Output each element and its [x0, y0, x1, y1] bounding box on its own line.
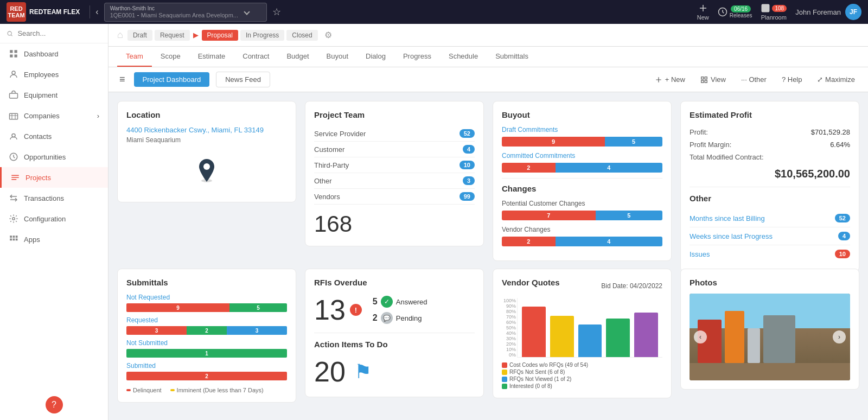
settings-icon[interactable]: ⚙: [324, 30, 332, 40]
news-feed-button[interactable]: News Feed: [216, 72, 270, 87]
svg-rect-6: [15, 55, 17, 58]
home-icon[interactable]: ⌂: [117, 29, 123, 41]
submittals-title: Submittals: [126, 278, 287, 287]
photo-prev-button[interactable]: ‹: [694, 330, 707, 343]
not-sub-green: 1: [126, 349, 287, 358]
tab-contract[interactable]: Contract: [234, 47, 278, 67]
user-menu[interactable]: John Foreman JF: [795, 4, 861, 20]
sidebar-label-equipment: Equipment: [24, 91, 58, 99]
dashboard-toolbar: ≡ Project Dashboard News Feed + New View…: [108, 67, 868, 92]
buyout-changes-card: Buyout Draft Commitments 9 5 Committed C…: [493, 101, 672, 261]
sidebar-item-contacts[interactable]: Contacts: [0, 126, 108, 147]
sidebar-item-opportunities[interactable]: Opportunities: [0, 147, 108, 167]
sidebar-item-equipment[interactable]: Equipment: [0, 85, 108, 105]
requested-label[interactable]: Requested: [126, 316, 287, 324]
app-name: REDTEAM FLEX: [29, 8, 80, 16]
not-req-red: 9: [126, 303, 229, 312]
menu-icon[interactable]: ≡: [117, 72, 127, 87]
status-closed[interactable]: Closed: [286, 30, 317, 41]
photos-card: Photos ‹ ›: [680, 269, 859, 390]
new-action[interactable]: + New: [650, 73, 690, 86]
legend-imminent-dot: [170, 389, 175, 391]
new-button[interactable]: New: [697, 3, 709, 21]
sidebar-item-apps[interactable]: Apps: [0, 229, 108, 250]
help-action[interactable]: ? Help: [777, 73, 807, 86]
contract-value: $10,565,200.00: [690, 168, 850, 180]
companies-expand-icon: ›: [97, 112, 99, 120]
location-title: Location: [126, 110, 287, 119]
sidebar-item-projects[interactable]: Projects: [0, 167, 108, 188]
sidebar-item-transactions[interactable]: Transactions: [0, 188, 108, 208]
submitted-label[interactable]: Submitted: [126, 362, 287, 370]
svg-rect-20: [705, 77, 707, 79]
sidebar-label-contacts: Contacts: [24, 132, 52, 141]
nav-back-button[interactable]: ‹: [95, 7, 98, 17]
help-bubble[interactable]: ?: [0, 390, 108, 420]
sidebar-item-employees[interactable]: Employees: [0, 64, 108, 85]
tab-dialog[interactable]: Dialog: [357, 47, 394, 67]
tab-progress[interactable]: Progress: [394, 47, 440, 67]
potential-bar: 7 5: [502, 211, 662, 220]
chart-bar-4: [634, 313, 658, 357]
sidebar-item-companies[interactable]: Companies ›: [0, 105, 108, 126]
tab-buyout[interactable]: Buyout: [318, 47, 357, 67]
not-requested-label[interactable]: Not Requested: [126, 294, 287, 301]
tab-budget[interactable]: Budget: [278, 47, 317, 67]
committed-commitments-label[interactable]: Committed Commitments: [502, 152, 662, 160]
photo-next-button[interactable]: ›: [833, 330, 846, 343]
releases-button[interactable]: 06/16 Releases: [718, 5, 752, 18]
team-row-service: Service Provider 52: [314, 126, 475, 142]
view-action[interactable]: View: [696, 73, 730, 86]
chart-legend: Cost Codes w/o RFQs (49 of 54) RFQs Not …: [502, 362, 662, 389]
tab-scope[interactable]: Scope: [152, 47, 189, 67]
sidebar-label-transactions: Transactions: [24, 194, 64, 202]
sidebar-item-configuration[interactable]: Configuration: [0, 208, 108, 229]
plus-icon: [655, 76, 662, 84]
other-title: Other: [690, 194, 850, 203]
svg-rect-3: [10, 50, 12, 53]
planroom-button[interactable]: 108 Planroom: [761, 3, 787, 21]
photo-display: ‹ ›: [690, 294, 850, 380]
equipment-icon: [9, 90, 18, 100]
apps-icon: [9, 234, 18, 244]
chart-bar-1: [550, 316, 574, 357]
buyout-title: Buyout: [502, 110, 662, 119]
status-proposal[interactable]: Proposal: [202, 30, 238, 41]
favorite-icon[interactable]: ☆: [272, 6, 281, 18]
vendor-quotes-card: Vendor Quotes Bid Date: 04/20/2022 100%9…: [493, 269, 672, 398]
legend-delinquent-dot: [126, 389, 131, 391]
svg-rect-16: [10, 239, 12, 241]
chart-bars: [517, 298, 662, 358]
status-inprogress[interactable]: In Progress: [240, 30, 284, 41]
tab-team[interactable]: Team: [117, 47, 152, 67]
maximize-action[interactable]: ⤢ Maximize: [813, 73, 859, 86]
not-submitted-label[interactable]: Not Submitted: [126, 339, 287, 347]
tab-estimate[interactable]: Estimate: [189, 47, 234, 67]
team-row-vendors: Vendors 99: [314, 189, 475, 205]
tab-submittals[interactable]: Submittals: [487, 47, 537, 67]
draft-commitments-label[interactable]: Draft Commitments: [502, 126, 662, 133]
support-chat-icon[interactable]: ?: [46, 396, 63, 413]
nav-actions: New 06/16 Releases 108 Planroom John For…: [697, 3, 861, 21]
legend-dot-3: [502, 384, 507, 389]
dashboard-icon: [9, 49, 18, 59]
action-title: Action Items To Do: [314, 340, 475, 349]
status-tab-bar: ⌂ Draft Request ▶ Proposal In Progress C…: [108, 24, 868, 47]
search-input[interactable]: [17, 29, 101, 37]
status-request[interactable]: Request: [155, 30, 190, 41]
chevron-down-icon: [244, 9, 250, 15]
tab-schedule[interactable]: Schedule: [440, 47, 487, 67]
bid-date: Bid Date: 04/20/2022: [601, 282, 662, 290]
dashboard-grid: Location 4400 Rickenbacker Cswy., Miami,…: [108, 92, 868, 420]
rfi-answered: 5 ✓ Answered: [373, 296, 427, 308]
other-action[interactable]: ··· Other: [737, 73, 771, 86]
project-dashboard-button[interactable]: Project Dashboard: [134, 72, 210, 87]
svg-rect-17: [13, 239, 15, 241]
sidebar-item-dashboard[interactable]: Dashboard: [0, 43, 108, 64]
status-draft[interactable]: Draft: [127, 30, 152, 41]
opportunities-icon: [9, 152, 18, 162]
draft-bar-red: 9: [502, 137, 605, 147]
project-selector[interactable]: Warthon-Smith Inc 1QE0001 - Miami Seaqua…: [104, 3, 267, 22]
sidebar-label-employees: Employees: [24, 71, 59, 79]
location-address[interactable]: 4400 Rickenbacker Cswy., Miami, FL 33149: [126, 126, 287, 134]
